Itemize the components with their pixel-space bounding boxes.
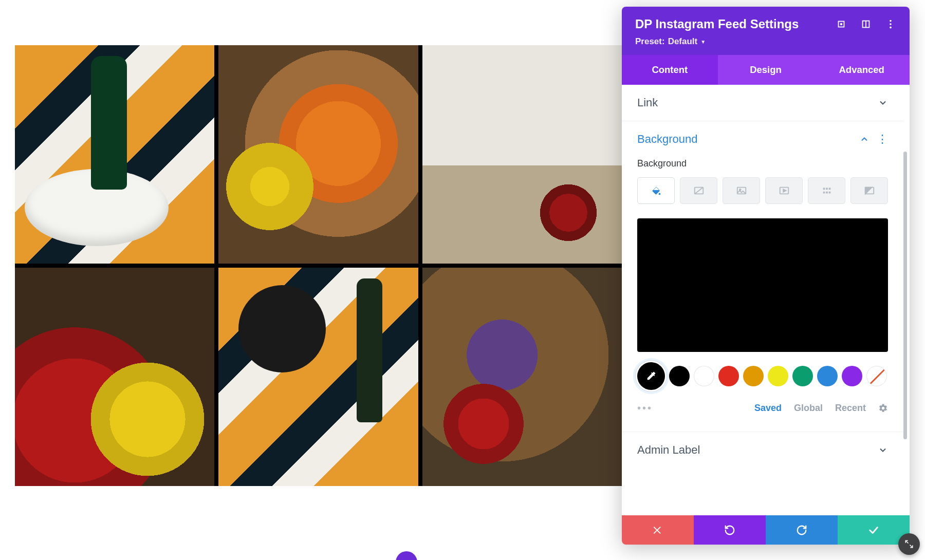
more-icon[interactable] [885, 18, 896, 30]
section-link-toggle[interactable]: Link [622, 85, 903, 121]
svg-rect-14 [826, 188, 828, 190]
section-options-icon[interactable]: ⋮ [877, 134, 888, 145]
svg-rect-17 [826, 192, 828, 194]
chevron-down-icon [878, 98, 888, 108]
swatch-none[interactable] [866, 366, 887, 386]
bg-type-color[interactable] [637, 177, 675, 204]
panel-footer [622, 515, 910, 545]
section-background-toggle[interactable]: Background ⋮ [622, 121, 903, 157]
swatch-purple[interactable] [842, 366, 862, 386]
bg-type-mask[interactable] [850, 177, 888, 204]
bg-type-video[interactable] [765, 177, 803, 204]
instagram-feed-preview [15, 45, 622, 486]
bg-type-image[interactable] [723, 177, 760, 204]
palette-settings-icon[interactable] [878, 403, 888, 413]
svg-marker-12 [783, 189, 786, 192]
section-background-label: Background [637, 133, 697, 146]
feed-image [422, 268, 622, 486]
color-eyedropper[interactable] [637, 362, 665, 390]
preset-selector[interactable]: Preset: Default ▼ [635, 36, 896, 47]
feed-image [15, 45, 214, 264]
section-admin-label-label: Admin Label [637, 443, 700, 457]
chevron-up-icon [859, 134, 869, 144]
undo-button[interactable] [694, 515, 766, 545]
feed-image [218, 45, 418, 264]
section-admin-label: Admin Label [622, 432, 903, 468]
cancel-button[interactable] [622, 515, 694, 545]
swatch-blue[interactable] [817, 366, 838, 386]
swatch-orange[interactable] [743, 366, 764, 386]
add-module-fab[interactable] [396, 551, 417, 560]
svg-line-21 [910, 545, 913, 548]
panel-tabs: Content Design Advanced [622, 55, 910, 85]
preset-value: Default [668, 36, 698, 47]
palette-tab-saved[interactable]: Saved [754, 403, 782, 414]
svg-point-1 [841, 24, 842, 25]
caret-down-icon: ▼ [700, 39, 706, 45]
panel-header: DP Instagram Feed Settings Preset: Defau… [622, 7, 910, 55]
section-admin-label-toggle[interactable]: Admin Label [622, 432, 903, 468]
panel-body: Link Background ⋮ Background [622, 85, 910, 515]
swatch-red[interactable] [718, 366, 739, 386]
swatch-green[interactable] [792, 366, 813, 386]
svg-point-4 [890, 20, 892, 22]
section-link: Link [622, 85, 903, 121]
background-field-label: Background [637, 158, 888, 169]
svg-line-20 [905, 540, 908, 543]
svg-rect-18 [828, 192, 830, 194]
feed-image [218, 268, 418, 486]
svg-rect-13 [823, 188, 825, 190]
feed-image [422, 45, 622, 264]
bg-type-gradient[interactable] [680, 177, 717, 204]
swatch-white[interactable] [694, 366, 714, 386]
redo-button[interactable] [766, 515, 838, 545]
background-type-tabs [637, 177, 888, 204]
section-link-label: Link [637, 96, 658, 109]
resize-panel-button[interactable] [898, 533, 920, 555]
svg-rect-15 [828, 188, 830, 190]
swatch-black[interactable] [669, 366, 690, 386]
palette-tabs: Saved Global Recent [754, 403, 888, 414]
tab-content[interactable]: Content [622, 55, 718, 85]
svg-point-7 [658, 193, 660, 195]
svg-point-5 [890, 23, 892, 25]
svg-rect-16 [823, 192, 825, 194]
panel-scrollbar[interactable] [903, 152, 907, 439]
section-background: Background ⋮ Background [622, 121, 903, 432]
svg-point-6 [890, 27, 892, 29]
color-swatches [637, 362, 888, 390]
palette-tab-global[interactable]: Global [794, 403, 823, 414]
bg-type-pattern[interactable] [808, 177, 845, 204]
palette-more-icon[interactable]: ••• [637, 402, 653, 414]
palette-tab-recent[interactable]: Recent [835, 403, 866, 414]
feed-image [15, 268, 214, 486]
background-color-preview[interactable] [637, 218, 888, 352]
panel-title: DP Instagram Feed Settings [635, 17, 799, 31]
settings-panel: DP Instagram Feed Settings Preset: Defau… [622, 7, 910, 545]
tab-advanced[interactable]: Advanced [813, 55, 910, 85]
expand-icon[interactable] [836, 18, 847, 30]
preset-prefix: Preset: [635, 36, 665, 47]
chevron-down-icon [878, 445, 888, 455]
snap-icon[interactable] [860, 18, 872, 30]
tab-design[interactable]: Design [718, 55, 814, 85]
swatch-yellow[interactable] [768, 366, 788, 386]
